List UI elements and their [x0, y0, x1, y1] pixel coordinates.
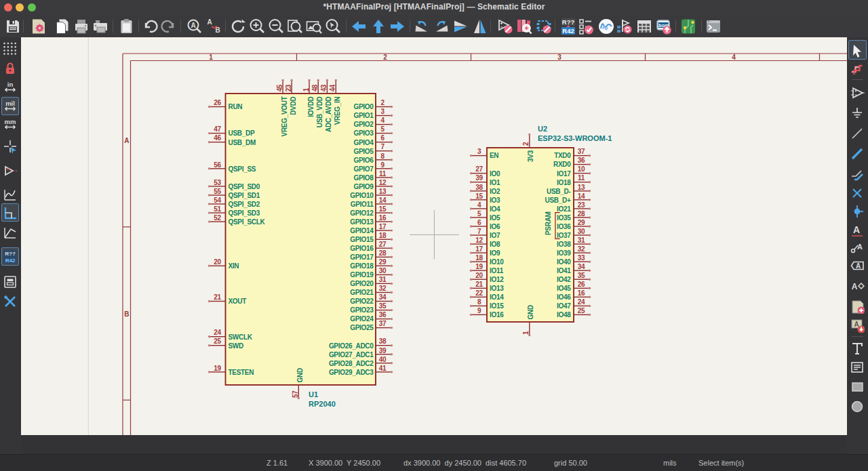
- svg-text:13: 13: [578, 184, 585, 191]
- svg-text:IO2: IO2: [490, 188, 500, 195]
- svg-text:IO41: IO41: [557, 267, 571, 274]
- svg-text:IO21: IO21: [557, 205, 571, 213]
- svg-text:47: 47: [214, 125, 221, 133]
- svg-text:TESTEN: TESTEN: [229, 369, 254, 376]
- svg-text:1: 1: [522, 331, 530, 335]
- svg-text:23: 23: [285, 84, 292, 91]
- svg-text:IO8: IO8: [490, 241, 500, 248]
- svg-text:22: 22: [475, 289, 483, 297]
- svg-text:31: 31: [578, 237, 585, 244]
- svg-text:11: 11: [379, 170, 387, 178]
- svg-text:31: 31: [379, 276, 387, 283]
- svg-text:IO3: IO3: [490, 197, 500, 204]
- svg-text:56: 56: [214, 161, 221, 169]
- svg-text:GPIO22: GPIO22: [350, 298, 374, 305]
- svg-text:RUN: RUN: [229, 103, 243, 110]
- svg-text:25: 25: [214, 337, 221, 345]
- svg-text:A: A: [207, 18, 212, 26]
- svg-text:1: 1: [209, 54, 213, 61]
- svg-text:3: 3: [477, 148, 481, 155]
- svg-text:GPIO16: GPIO16: [350, 245, 374, 252]
- svg-text:2: 2: [380, 99, 384, 106]
- svg-text:30: 30: [578, 228, 585, 235]
- svg-text:16: 16: [578, 289, 585, 297]
- svg-text:14: 14: [379, 197, 387, 204]
- svg-text:GPIO6: GPIO6: [353, 157, 374, 164]
- svg-text:26: 26: [214, 99, 221, 106]
- svg-text:4: 4: [732, 54, 736, 61]
- svg-text:12: 12: [475, 237, 483, 244]
- svg-text:1: 1: [302, 87, 310, 91]
- svg-text:17: 17: [379, 223, 387, 230]
- svg-text:IO48: IO48: [557, 311, 571, 319]
- svg-text:IO36: IO36: [557, 223, 571, 230]
- svg-text:GPIO7: GPIO7: [353, 165, 374, 173]
- svg-text:GPIO28_ADC2: GPIO28_ADC2: [329, 360, 374, 367]
- svg-text:GPIO12: GPIO12: [350, 209, 374, 217]
- svg-text:SWCLK: SWCLK: [229, 333, 253, 341]
- svg-text:IO38: IO38: [557, 241, 571, 248]
- svg-text:IO15: IO15: [490, 302, 504, 310]
- svg-text:34: 34: [379, 293, 387, 301]
- svg-text:3V3: 3V3: [527, 150, 534, 162]
- svg-text:QSPI_SD3: QSPI_SD3: [229, 209, 260, 217]
- svg-text:32: 32: [379, 285, 387, 292]
- svg-text:4: 4: [477, 201, 481, 209]
- svg-text:USB_DM: USB_DM: [229, 139, 256, 146]
- svg-text:36: 36: [578, 157, 585, 164]
- svg-text:QSPI_SS: QSPI_SS: [229, 165, 256, 173]
- svg-text:IO5: IO5: [490, 214, 500, 222]
- svg-text:54: 54: [214, 197, 221, 204]
- svg-text:IO6: IO6: [490, 223, 500, 230]
- svg-text:15: 15: [379, 205, 387, 213]
- svg-text:39: 39: [379, 347, 387, 354]
- svg-text:GPIO8: GPIO8: [353, 174, 374, 182]
- svg-text:10: 10: [578, 165, 585, 173]
- svg-text:PSRAM: PSRAM: [545, 211, 552, 235]
- svg-text:39: 39: [475, 174, 483, 182]
- svg-text:20: 20: [214, 258, 221, 266]
- svg-text:53: 53: [214, 179, 221, 186]
- svg-text:57: 57: [292, 390, 299, 398]
- svg-text:USB_D-: USB_D-: [547, 188, 570, 195]
- svg-text:29: 29: [379, 258, 387, 266]
- svg-text:RP2040: RP2040: [309, 400, 336, 408]
- svg-text:EN: EN: [490, 152, 498, 159]
- svg-text:5: 5: [380, 125, 384, 133]
- svg-text:GPIO3: GPIO3: [353, 129, 374, 137]
- svg-text:XIN: XIN: [229, 262, 239, 270]
- svg-text:XOUT: XOUT: [229, 298, 247, 305]
- svg-text:IO35: IO35: [557, 214, 571, 222]
- svg-text:48: 48: [311, 84, 319, 91]
- svg-text:GPIO0: GPIO0: [353, 103, 374, 110]
- svg-text:44: 44: [329, 84, 336, 91]
- svg-text:ESP32-S3-WROOM-1: ESP32-S3-WROOM-1: [538, 134, 612, 142]
- svg-text:7: 7: [380, 143, 384, 150]
- svg-text:SWD: SWD: [229, 342, 244, 350]
- svg-text:IO10: IO10: [490, 258, 504, 266]
- svg-text:mm: mm: [5, 118, 16, 125]
- svg-text:R42: R42: [5, 258, 16, 264]
- svg-text:IO4: IO4: [490, 205, 500, 213]
- svg-text:A: A: [854, 321, 859, 328]
- svg-text:IO11: IO11: [490, 267, 504, 274]
- svg-text:GPIO26_ADC0: GPIO26_ADC0: [329, 342, 374, 350]
- svg-text:IO12: IO12: [490, 276, 504, 283]
- svg-text:IO37: IO37: [557, 232, 571, 239]
- svg-text:18: 18: [475, 254, 483, 262]
- svg-text:46: 46: [214, 134, 221, 142]
- svg-text:23: 23: [578, 201, 585, 209]
- svg-text:IO17: IO17: [557, 170, 571, 178]
- svg-text:in: in: [7, 81, 14, 88]
- svg-text:GPIO17: GPIO17: [350, 253, 374, 261]
- svg-text:QSPI_SD0: QSPI_SD0: [229, 183, 260, 190]
- svg-text:14: 14: [578, 192, 585, 200]
- svg-text:R??: R??: [562, 18, 575, 26]
- svg-text:28: 28: [379, 249, 387, 257]
- svg-text:VREG_IN: VREG_IN: [334, 96, 341, 125]
- svg-text:17: 17: [475, 245, 483, 253]
- svg-text:IO7: IO7: [490, 232, 500, 239]
- svg-text:GND: GND: [527, 305, 534, 319]
- svg-text:GPIO15: GPIO15: [350, 236, 374, 243]
- svg-text:35: 35: [379, 302, 387, 310]
